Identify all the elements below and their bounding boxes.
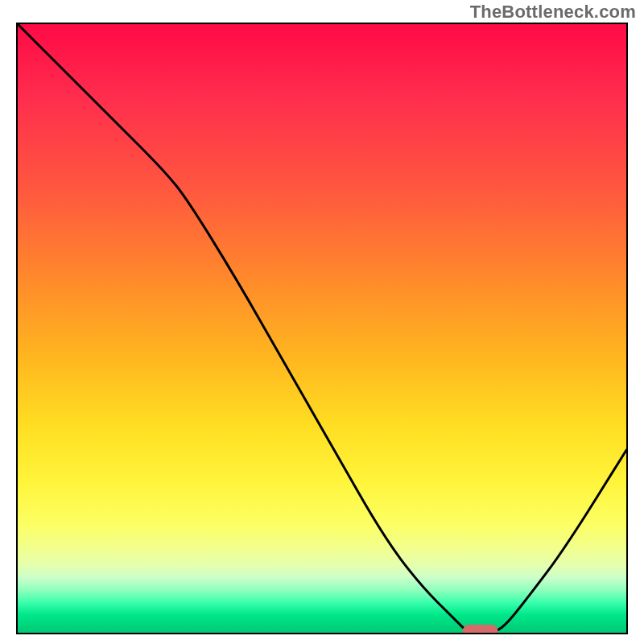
watermark-text: TheBottleneck.com xyxy=(470,2,636,23)
chart-container: TheBottleneck.com xyxy=(0,0,644,644)
plot-overlay xyxy=(18,24,626,633)
optimal-point-marker xyxy=(463,625,498,633)
bottleneck-curve xyxy=(18,24,626,633)
plot-frame xyxy=(16,23,628,634)
